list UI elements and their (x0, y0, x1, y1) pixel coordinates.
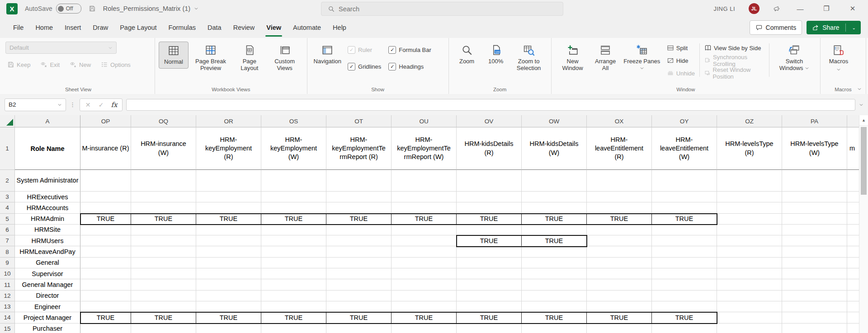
cell-OS2[interactable] (261, 170, 326, 192)
cell-PA13[interactable] (782, 301, 847, 312)
row-header-2[interactable]: 2 (0, 170, 15, 192)
zoom-to-selection-button[interactable]: Zoom to Selection (510, 42, 547, 75)
column-header-OW[interactable]: OW (522, 115, 587, 127)
cell-OP4[interactable] (80, 202, 131, 213)
cell-PA7[interactable] (782, 235, 847, 246)
cell-OS15[interactable] (261, 324, 326, 333)
cell-OV3[interactable] (457, 192, 522, 202)
formula-bar-checkbox[interactable]: ✓ Formula Bar (388, 46, 431, 54)
cell-OX14[interactable]: TRUE (587, 312, 652, 323)
cell-OR3[interactable] (196, 192, 261, 202)
cell-OR11[interactable] (196, 279, 261, 290)
tab-page-layout[interactable]: Page Layout (114, 17, 162, 38)
reset-window-position-button[interactable]: Reset Window Position (703, 68, 766, 79)
cell-OX7[interactable] (587, 235, 652, 246)
cell-OU8[interactable] (392, 246, 457, 257)
cell-A7[interactable]: HRMUsers (15, 235, 80, 246)
cell-OV9[interactable] (457, 258, 522, 268)
cell-A13[interactable]: Engineer (15, 301, 80, 312)
cell-OP2[interactable] (80, 170, 131, 192)
cell-OW7[interactable]: TRUE (522, 235, 587, 246)
cell-OT2[interactable] (326, 170, 392, 192)
cell-OS12[interactable] (261, 291, 326, 301)
cell-OZ9[interactable] (717, 258, 782, 268)
cell-OU5[interactable]: TRUE (392, 214, 457, 225)
cell-A9[interactable]: General (15, 258, 80, 268)
cell-OZ12[interactable] (717, 291, 782, 301)
cell-OZ10[interactable] (717, 268, 782, 279)
cell-OS7[interactable] (261, 235, 326, 246)
cell-A8[interactable]: HRMLeaveAndPay (15, 246, 80, 257)
cell-OU7[interactable] (392, 235, 457, 246)
ruler-checkbox[interactable]: ✓ Ruler (348, 46, 381, 54)
cell-OR12[interactable] (196, 291, 261, 301)
row-header-13[interactable]: 13 (0, 301, 15, 312)
cell-OU2[interactable] (392, 170, 457, 192)
normal-view-button[interactable]: Normal (159, 42, 189, 69)
tab-view[interactable]: View (260, 17, 287, 38)
cell-OT10[interactable] (326, 268, 392, 279)
cell-OU10[interactable] (392, 268, 457, 279)
cell-OQ6[interactable] (131, 225, 196, 235)
cell-OU1[interactable]: HRM- keyEmploymentTe rmReport (W) (392, 127, 457, 170)
freeze-panes-button[interactable]: Freeze Panes (621, 42, 663, 75)
cell-OZ5[interactable] (717, 214, 782, 225)
cell-OR2[interactable] (196, 170, 261, 192)
enter-formula-button[interactable]: ✓ (95, 100, 107, 110)
cell-PA1[interactable]: HRM-levelsType (W) (782, 127, 847, 170)
cell-OS8[interactable] (261, 246, 326, 257)
column-header-OT[interactable]: OT (326, 115, 392, 127)
cell-OP11[interactable] (80, 279, 131, 290)
cell-OW10[interactable] (522, 268, 587, 279)
cell-OW2[interactable] (522, 170, 587, 192)
cell-OW5[interactable]: TRUE (522, 214, 587, 225)
cell-OP7[interactable] (80, 235, 131, 246)
cell-partial-5[interactable] (847, 214, 859, 225)
row-header-3[interactable]: 3 (0, 192, 15, 202)
cell-OU14[interactable]: TRUE (392, 312, 457, 323)
cell-OQ1[interactable]: HRM-insurance (W) (131, 127, 196, 170)
column-header-OY[interactable]: OY (652, 115, 717, 127)
cell-PA15[interactable] (782, 324, 847, 333)
cell-OP13[interactable] (80, 301, 131, 312)
column-header-OQ[interactable]: OQ (131, 115, 196, 127)
cell-OW4[interactable] (522, 202, 587, 213)
cell-OP12[interactable] (80, 291, 131, 301)
save-icon[interactable] (89, 5, 96, 12)
row-header-12[interactable]: 12 (0, 291, 15, 301)
cell-OR7[interactable] (196, 235, 261, 246)
new-window-button[interactable]: New Window (555, 42, 590, 75)
tab-draw[interactable]: Draw (87, 17, 114, 38)
cell-OX9[interactable] (587, 258, 652, 268)
cell-PA11[interactable] (782, 279, 847, 290)
autosave-toggle[interactable]: Off (56, 4, 81, 14)
sheet-view-combobox[interactable]: Default (5, 42, 117, 54)
row-header-5[interactable]: 5 (0, 214, 15, 225)
cell-OQ8[interactable] (131, 246, 196, 257)
scroll-up-button[interactable]: ▲ (859, 115, 868, 126)
cell-OQ15[interactable] (131, 324, 196, 333)
cell-OS13[interactable] (261, 301, 326, 312)
cell-OV13[interactable] (457, 301, 522, 312)
tab-review[interactable]: Review (227, 17, 261, 38)
gridlines-checkbox[interactable]: ✓ Gridlines (348, 63, 381, 70)
cell-OT14[interactable]: TRUE (326, 312, 392, 323)
cell-OW9[interactable] (522, 258, 587, 268)
tab-home[interactable]: Home (29, 17, 59, 38)
column-header-partial[interactable] (847, 115, 859, 127)
cell-OT9[interactable] (326, 258, 392, 268)
avatar[interactable]: JL (749, 3, 760, 14)
insert-function-button[interactable]: fx (108, 100, 120, 110)
cell-OP15[interactable] (80, 324, 131, 333)
cell-OP5[interactable]: TRUE (80, 214, 131, 225)
row-header-6[interactable]: 6 (0, 225, 15, 235)
cell-OX6[interactable] (587, 225, 652, 235)
cell-PA5[interactable] (782, 214, 847, 225)
row-header-4[interactable]: 4 (0, 202, 15, 213)
cell-OW3[interactable] (522, 192, 587, 202)
cell-OR10[interactable] (196, 268, 261, 279)
tab-file[interactable]: File (7, 17, 29, 38)
cell-PA3[interactable] (782, 192, 847, 202)
synchronous-scrolling-button[interactable]: Synchronous Scrolling (703, 55, 766, 66)
cell-OR8[interactable] (196, 246, 261, 257)
